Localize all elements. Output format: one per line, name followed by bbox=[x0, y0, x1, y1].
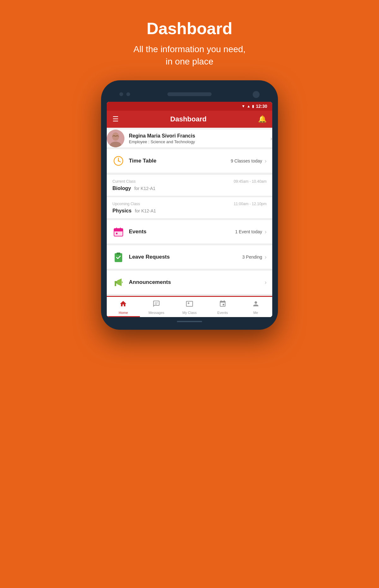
current-class-time: 09:45am - 10.40am bbox=[234, 179, 267, 184]
bell-icon[interactable]: 🔔 bbox=[258, 115, 267, 123]
status-bar: ▼ ▲ ▮ 12:30 bbox=[107, 102, 272, 111]
bottom-nav: Home Messages bbox=[107, 296, 272, 317]
announcements-title: Announcements bbox=[129, 279, 265, 285]
announcements-card[interactable]: Announcements › bbox=[107, 271, 272, 294]
nav-label-messages: Messages bbox=[148, 311, 164, 315]
nav-item-messages[interactable]: Messages bbox=[140, 300, 173, 315]
upcoming-class-time: 11:00am - 12.10pm bbox=[234, 202, 267, 206]
avatar-image bbox=[107, 130, 124, 147]
svg-rect-9 bbox=[114, 229, 123, 231]
home-indicator bbox=[177, 321, 202, 322]
phone-camera bbox=[253, 91, 260, 98]
current-class-header: Current Class 09:45am - 10.40am bbox=[112, 179, 267, 184]
clock-icon bbox=[112, 155, 124, 167]
svg-rect-12 bbox=[116, 233, 117, 234]
profile-name: Regina Maria Sivori Francis bbox=[129, 133, 270, 139]
upcoming-class-for: for K12-A1 bbox=[135, 208, 156, 213]
timetable-header[interactable]: Time Table 9 Classes today › bbox=[107, 149, 272, 173]
current-class-for: for K12-A1 bbox=[134, 186, 155, 191]
phone-frame: ▼ ▲ ▮ 12:30 ☰ Dashboard 🔔 bbox=[101, 80, 278, 330]
events-nav-icon bbox=[219, 300, 226, 309]
timetable-card[interactable]: Time Table 9 Classes today › bbox=[107, 149, 272, 173]
avatar bbox=[107, 130, 124, 147]
active-nav-indicator bbox=[107, 316, 140, 317]
svg-rect-15 bbox=[115, 281, 117, 284]
timetable-badge: 9 Classes today bbox=[231, 158, 262, 163]
current-class-type: Current Class bbox=[112, 179, 135, 184]
leave-requests-chevron-icon: › bbox=[265, 254, 267, 260]
profile-role: Employee : Science and Technology bbox=[129, 139, 270, 144]
me-icon bbox=[252, 300, 260, 309]
phone-top bbox=[107, 90, 272, 102]
upcoming-class-card[interactable]: Upcoming Class 11:00am - 12.10pm Physics… bbox=[107, 197, 272, 218]
leave-requests-card[interactable]: Leave Requests 3 Pending › bbox=[107, 245, 272, 269]
nav-label-events: Events bbox=[217, 311, 228, 315]
svg-line-6 bbox=[118, 161, 120, 162]
timetable-section: Time Table 9 Classes today › Current Cla… bbox=[107, 149, 272, 218]
nav-label-home: Home bbox=[119, 311, 128, 315]
upcoming-class-type: Upcoming Class bbox=[112, 202, 140, 206]
upcoming-class-subject-line: Physics for K12-A1 bbox=[112, 208, 267, 214]
signal-icon: ▲ bbox=[247, 104, 250, 108]
timetable-chevron-icon: › bbox=[265, 158, 267, 164]
profile-section[interactable]: Regina Maria Sivori Francis Employee : S… bbox=[107, 130, 272, 147]
svg-marker-16 bbox=[117, 279, 122, 286]
wifi-icon: ▼ bbox=[241, 104, 245, 108]
events-header[interactable]: Events 1 Event today › bbox=[107, 220, 272, 243]
app-bar: ☰ Dashboard 🔔 bbox=[107, 111, 272, 128]
current-class-card[interactable]: Current Class 09:45am - 10.40am Biology … bbox=[107, 175, 272, 196]
events-title: Events bbox=[129, 229, 235, 235]
profile-chevron-icon: › bbox=[270, 135, 272, 142]
phone-dots bbox=[119, 92, 130, 96]
nav-item-me[interactable]: Me bbox=[239, 300, 272, 315]
clipboard-icon bbox=[112, 251, 124, 263]
announcements-chevron-icon: › bbox=[265, 279, 267, 286]
phone-dot bbox=[126, 92, 130, 96]
leave-requests-title: Leave Requests bbox=[129, 254, 242, 260]
phone-bottom bbox=[107, 317, 272, 323]
profile-info: Regina Maria Sivori Francis Employee : S… bbox=[129, 133, 270, 144]
events-badge: 1 Event today bbox=[235, 229, 262, 234]
messages-icon bbox=[153, 300, 160, 309]
app-bar-title: Dashboard bbox=[170, 115, 207, 123]
nav-label-me: Me bbox=[253, 311, 258, 315]
events-card[interactable]: Events 1 Event today › bbox=[107, 220, 272, 243]
svg-point-18 bbox=[121, 281, 123, 283]
home-icon bbox=[119, 300, 127, 309]
calendar-icon bbox=[112, 226, 124, 238]
phone-speaker bbox=[167, 92, 212, 96]
nav-item-events[interactable]: Events bbox=[206, 300, 239, 315]
upcoming-class-subject: Physics bbox=[112, 208, 131, 213]
current-class-subject-line: Biology for K12-A1 bbox=[112, 186, 267, 191]
nav-item-myclass[interactable]: My Class bbox=[173, 300, 206, 315]
leave-requests-badge: 3 Pending bbox=[242, 254, 262, 260]
nav-label-myclass: My Class bbox=[182, 311, 196, 315]
battery-icon: ▮ bbox=[252, 104, 254, 108]
announcements-header[interactable]: Announcements › bbox=[107, 271, 272, 294]
myclass-icon bbox=[186, 300, 193, 309]
upcoming-class-header: Upcoming Class 11:00am - 12.10pm bbox=[112, 202, 267, 206]
svg-rect-14 bbox=[117, 253, 120, 254]
timetable-title: Time Table bbox=[129, 158, 231, 164]
phone-dot bbox=[119, 92, 123, 96]
hamburger-icon[interactable]: ☰ bbox=[112, 115, 119, 123]
phone-screen: ▼ ▲ ▮ 12:30 ☰ Dashboard 🔔 bbox=[107, 102, 272, 317]
svg-rect-17 bbox=[115, 284, 116, 286]
leave-requests-header[interactable]: Leave Requests 3 Pending › bbox=[107, 245, 272, 269]
nav-item-home[interactable]: Home bbox=[107, 300, 140, 315]
events-chevron-icon: › bbox=[265, 229, 267, 235]
megaphone-icon bbox=[112, 276, 124, 288]
status-time: 12:30 bbox=[256, 104, 267, 109]
content-area: Regina Maria Sivori Francis Employee : S… bbox=[107, 130, 272, 317]
page-title: Dashboard bbox=[147, 19, 232, 38]
page-subtitle: All the information you need, in one pla… bbox=[134, 43, 246, 68]
status-icons: ▼ ▲ ▮ 12:30 bbox=[241, 104, 267, 109]
current-class-subject: Biology bbox=[112, 186, 131, 191]
